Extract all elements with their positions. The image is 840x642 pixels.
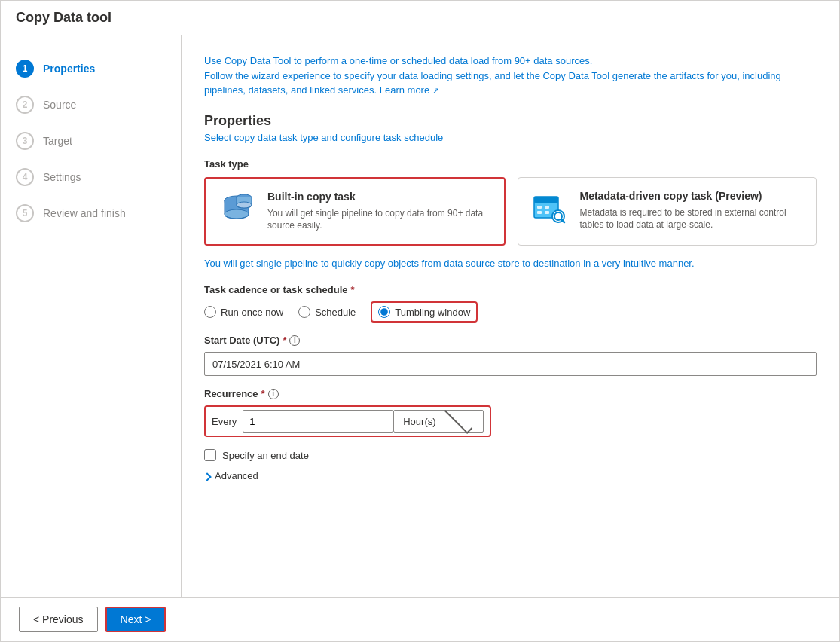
learn-more-link[interactable]: Learn more ↗ [380,84,439,96]
content-area: Use Copy Data Tool to perform a one-time… [182,35,839,597]
builtin-card-body: Built-in copy task You will get single p… [267,191,492,233]
recurrence-unit-label: Hour(s) [403,416,435,427]
start-date-info-icon[interactable]: i [289,335,300,346]
svg-point-1 [225,209,249,219]
sidebar-item-review[interactable]: 5 Review and finish [1,195,181,231]
step-circle-1: 1 [16,60,34,78]
sidebar: 1 Properties 2 Source 3 Target 4 Setting… [1,35,182,597]
sidebar-label-target: Target [43,135,72,147]
svg-rect-9 [537,211,542,214]
step-circle-4: 4 [16,168,34,186]
svg-rect-7 [537,206,542,209]
radio-tumbling[interactable]: Tumbling window [371,301,478,323]
sidebar-item-source[interactable]: 2 Source [1,87,181,123]
section-subtitle: Select copy data task type and configure… [204,132,817,143]
sidebar-item-settings[interactable]: 4 Settings [1,159,181,195]
radio-tumbling-input[interactable] [378,306,390,318]
svg-rect-8 [545,206,549,209]
task-card-metadata[interactable]: Metadata-driven copy task (Preview) Meta… [518,177,817,246]
builtin-card-icon [218,191,255,228]
metadata-card-icon [530,190,568,228]
sidebar-label-properties: Properties [43,63,95,75]
every-label: Every [212,416,237,427]
recurrence-info-icon[interactable]: i [268,389,279,399]
recurrence-number-input[interactable] [243,410,393,433]
specify-end-date-checkbox[interactable] [204,449,216,461]
previous-button[interactable]: < Previous [19,607,98,632]
start-date-required: * [283,335,286,346]
start-date-label: Start Date (UTC) * i [204,335,817,346]
metadata-card-body: Metadata-driven copy task (Preview) Meta… [580,190,805,232]
external-link-icon: ↗ [432,86,439,95]
recurrence-label: Recurrence * i [204,388,817,399]
step-circle-5: 5 [16,204,34,222]
chevron-down-icon [444,405,472,433]
specify-end-date-row: Specify an end date [204,449,817,461]
svg-rect-10 [545,211,549,214]
specify-end-date-label[interactable]: Specify an end date [222,450,309,461]
required-star: * [351,284,355,295]
sidebar-label-review: Review and finish [43,207,126,219]
intro-line1: Use Copy Data Tool to perform a one-time… [204,55,592,66]
sidebar-item-properties[interactable]: 1 Properties [1,50,181,87]
task-type-row: Built-in copy task You will get single p… [204,177,817,246]
sidebar-label-settings: Settings [43,171,81,183]
builtin-card-title: Built-in copy task [267,191,492,203]
recurrence-required: * [261,388,265,399]
info-text: You will get single pipeline to quickly … [204,258,817,269]
advanced-chevron-icon [203,472,211,481]
builtin-card-desc: You will get single pipeline to copy dat… [267,207,492,233]
radio-run-once-input[interactable] [204,306,216,318]
section-title: Properties [204,113,817,129]
step-circle-2: 2 [16,96,34,114]
svg-point-3 [237,202,252,208]
app-container: Copy Data tool 1 Properties 2 Source 3 T… [0,0,840,642]
advanced-label: Advanced [215,470,258,482]
radio-run-once[interactable]: Run once now [204,306,283,318]
radio-schedule[interactable]: Schedule [298,306,356,318]
start-date-input[interactable] [204,352,817,376]
footer: < Previous Next > [1,597,839,641]
intro-section: Use Copy Data Tool to perform a one-time… [204,54,817,98]
task-card-builtin[interactable]: Built-in copy task You will get single p… [204,177,506,246]
recurrence-unit-select[interactable]: Hour(s) [393,410,484,433]
next-button[interactable]: Next > [105,607,166,632]
radio-schedule-input[interactable] [298,306,310,318]
intro-line2: Follow the wizard experience to specify … [204,70,781,96]
schedule-label: Task cadence or task schedule * [204,284,817,295]
radio-group-schedule: Run once now Schedule Tumbling window [204,301,817,323]
svg-rect-5 [534,197,558,203]
sidebar-label-source: Source [43,99,76,111]
step-circle-3: 3 [16,132,34,150]
radio-run-once-label: Run once now [221,307,283,318]
title-bar: Copy Data tool [1,1,839,35]
main-content: 1 Properties 2 Source 3 Target 4 Setting… [1,35,839,597]
recurrence-row: Every Hour(s) [204,405,491,437]
radio-tumbling-label: Tumbling window [395,307,470,318]
advanced-row[interactable]: Advanced [204,470,817,482]
task-type-label: Task type [204,158,817,170]
app-title: Copy Data tool [16,10,824,26]
metadata-icon [531,191,567,227]
metadata-card-desc: Metadata is required to be stored in ext… [580,206,805,232]
database-icon [218,191,255,228]
metadata-card-title: Metadata-driven copy task (Preview) [580,190,805,202]
sidebar-item-target[interactable]: 3 Target [1,123,181,159]
radio-schedule-label: Schedule [315,307,356,318]
